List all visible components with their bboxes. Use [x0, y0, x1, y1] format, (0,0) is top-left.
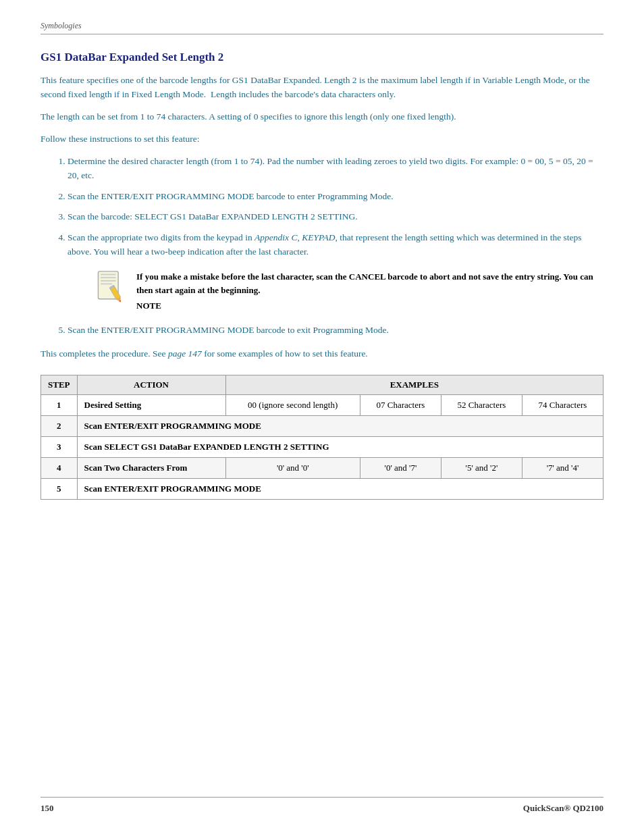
examples-table: STEP ACTION EXAMPLES 1 Desired Setting 0…	[41, 375, 603, 500]
section-title: GS1 DataBar Expanded Set Length 2	[41, 51, 603, 64]
svg-rect-4	[101, 284, 112, 285]
note-text: If you make a mistake before the last ch…	[136, 270, 603, 296]
action-cell: Scan ENTER/EXIT PROGRAMMING MODE	[77, 416, 603, 437]
table-row: 2 Scan ENTER/EXIT PROGRAMMING MODE	[41, 416, 603, 437]
note-box: If you make a mistake before the last ch…	[95, 270, 603, 313]
example-col2: '0' and '7'	[360, 458, 441, 479]
table-row: 3 Scan SELECT GS1 DataBar EXPANDED LENGT…	[41, 437, 603, 458]
step-cell: 2	[41, 416, 78, 437]
action-cell: Scan SELECT GS1 DataBar EXPANDED LENGTH …	[77, 437, 603, 458]
action-cell: Desired Setting	[77, 395, 225, 416]
action-cell: Scan ENTER/EXIT PROGRAMMING MODE	[77, 479, 603, 500]
example-col2: 07 Characters	[360, 395, 441, 416]
svg-rect-1	[101, 274, 115, 276]
header-bar: Symbologies	[41, 20, 603, 34]
page-number: 150	[41, 803, 54, 814]
note-icon	[95, 270, 127, 310]
intro-paragraph-3: Follow these instructions to set this fe…	[41, 132, 603, 147]
product-name: QuickScan® QD2100	[523, 803, 603, 814]
step-cell: 5	[41, 479, 78, 500]
step-cell: 3	[41, 437, 78, 458]
instruction-2: Scan the ENTER/EXIT PROGRAMMING MODE bar…	[68, 190, 603, 204]
svg-rect-2	[101, 277, 115, 278]
note-label: NOTE	[136, 299, 603, 313]
instruction-3: Scan the barcode: SELECT GS1 DataBar EXP…	[68, 210, 603, 224]
intro-paragraph-1: This feature specifies one of the barcod…	[41, 74, 603, 102]
example-col4: 74 Characters	[522, 395, 603, 416]
example-col3: '5' and '2'	[441, 458, 522, 479]
example-col3: 52 Characters	[441, 395, 522, 416]
breadcrumb: Symbologies	[41, 21, 82, 30]
action-cell: Scan Two Characters From	[77, 458, 225, 479]
instruction-1: Determine the desired character length (…	[68, 155, 603, 183]
table-header-examples: EXAMPLES	[225, 375, 603, 395]
step-cell: 1	[41, 395, 78, 416]
table-row: 5 Scan ENTER/EXIT PROGRAMMING MODE	[41, 479, 603, 500]
step-cell: 4	[41, 458, 78, 479]
table-header-step: STEP	[41, 375, 78, 395]
example-col4: '7' and '4'	[522, 458, 603, 479]
table-header-action: ACTION	[77, 375, 225, 395]
example-col1: 00 (ignore second length)	[225, 395, 360, 416]
page-footer: 150 QuickScan® QD2100	[41, 797, 603, 814]
svg-rect-3	[101, 280, 115, 282]
intro-paragraph-2: The length can be set from 1 to 74 chara…	[41, 110, 603, 124]
instructions-list: Determine the desired character length (…	[68, 155, 603, 338]
instruction-4: Scan the appropriate two digits from the…	[68, 231, 603, 313]
table-row: 4 Scan Two Characters From '0' and '0' '…	[41, 458, 603, 479]
instruction-5: Scan the ENTER/EXIT PROGRAMMING MODE bar…	[68, 323, 603, 338]
example-col1: '0' and '0'	[225, 458, 360, 479]
table-row: 1 Desired Setting 00 (ignore second leng…	[41, 395, 603, 416]
completion-text: This completes the procedure. See page 1…	[41, 347, 603, 361]
